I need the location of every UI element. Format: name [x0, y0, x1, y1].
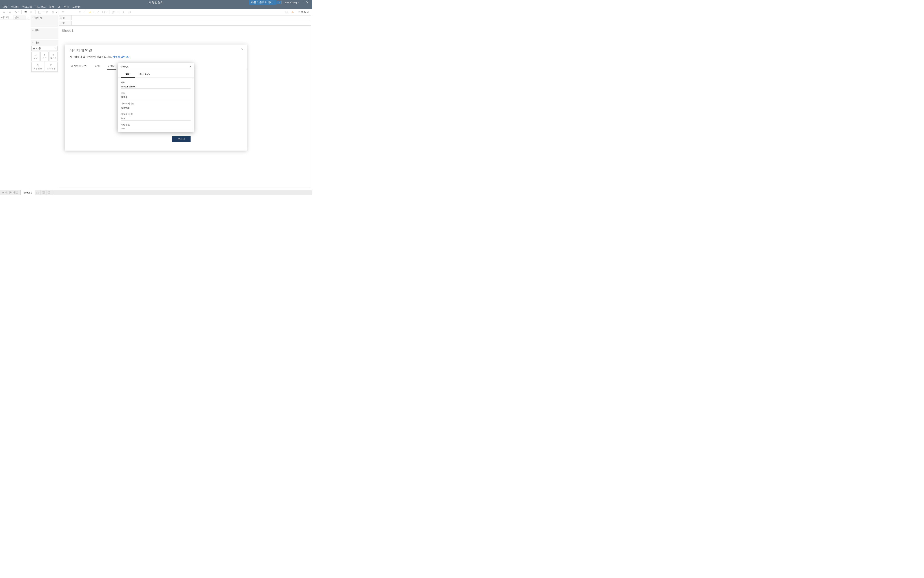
rows-icon: ≡: [60, 22, 62, 24]
svg-rect-8: [36, 192, 39, 194]
new-datasource-button[interactable]: [23, 10, 28, 15]
menu-format[interactable]: 서식: [62, 4, 71, 10]
presentation-button[interactable]: [284, 10, 289, 15]
duplicate-button[interactable]: [44, 10, 50, 15]
detail-icon: ⊟: [32, 63, 44, 67]
dropdown-caret-icon[interactable]: ▼: [116, 11, 118, 13]
sidebar-tab-analytics[interactable]: 분석: [13, 15, 26, 19]
publish-dropdown-caret[interactable]: ▼: [277, 1, 281, 4]
menu-dashboard[interactable]: 대시보드: [34, 4, 47, 10]
mark-type-selector[interactable]: ⊞ 자동: [31, 46, 58, 51]
new-dashboard-tab-button[interactable]: [41, 190, 47, 195]
sheet-tab-1[interactable]: Sheet 1: [21, 190, 35, 195]
size-label: 크기: [42, 57, 47, 59]
menu-data[interactable]: 데이터: [10, 4, 21, 10]
dialog-close-button[interactable]: ✕: [241, 48, 243, 51]
columns-shelf[interactable]: ⦙⦙⦙열: [59, 15, 311, 20]
svg-rect-11: [44, 193, 44, 193]
svg-rect-2: [47, 11, 48, 13]
filters-card-header[interactable]: ㅅ필터: [31, 28, 58, 33]
menu-map[interactable]: 맵: [56, 4, 62, 10]
mysql-modal-header: MySQL ✕: [118, 63, 194, 70]
show-cards-button[interactable]: [111, 10, 116, 15]
pages-card-header[interactable]: ㅅ페이지: [31, 15, 58, 20]
username-input[interactable]: [121, 116, 191, 120]
mysql-tab-initial-sql[interactable]: 초기 SQL: [135, 70, 154, 78]
sort-asc-button[interactable]: [66, 10, 71, 15]
svg-rect-1: [46, 11, 48, 13]
tooltip-label: 도구 설명: [47, 67, 55, 70]
dropdown-caret-icon[interactable]: ▼: [42, 11, 44, 13]
menu-help[interactable]: 도움말: [71, 4, 81, 10]
sort-desc-button[interactable]: [72, 10, 77, 15]
comment-button[interactable]: [126, 10, 132, 15]
show-me-icon[interactable]: [290, 10, 295, 15]
pause-updates-button[interactable]: [29, 10, 34, 15]
menu-bar: 파일 데이터 워크시트 대시보드 분석 맵 서식 도움말: [0, 5, 312, 9]
swap-button[interactable]: [60, 10, 66, 15]
totals-button[interactable]: Σ: [78, 10, 83, 15]
svg-rect-12: [48, 192, 50, 193]
dropdown-caret-icon[interactable]: ▼: [18, 11, 20, 13]
collapse-sidebar-button[interactable]: ‹: [26, 15, 30, 19]
rows-shelf[interactable]: ≡행: [59, 21, 311, 26]
port-input[interactable]: [121, 95, 191, 99]
dropdown-caret-icon[interactable]: ▼: [106, 11, 108, 13]
text-icon: T: [50, 53, 57, 57]
text-label: 텍스트: [50, 57, 57, 59]
show-me-label[interactable]: 표현 방식: [297, 10, 311, 14]
menu-worksheet[interactable]: 워크시트: [21, 4, 34, 10]
columns-drop-area[interactable]: [72, 16, 311, 20]
revert-button[interactable]: [13, 10, 18, 15]
rows-text: 행: [62, 21, 65, 25]
password-input[interactable]: [121, 127, 191, 131]
datasource-tab[interactable]: ⊟ 데이터 원본: [0, 190, 21, 195]
text-shelf[interactable]: T텍스트: [49, 52, 58, 61]
login-button[interactable]: 로그인: [172, 136, 191, 142]
tooltip-shelf[interactable]: ◫도구 설명: [45, 62, 58, 72]
download-button[interactable]: [121, 10, 126, 15]
svg-rect-4: [102, 11, 104, 13]
dropdown-caret-icon[interactable]: ▼: [93, 11, 95, 13]
dropdown-caret-icon[interactable]: ▼: [56, 11, 57, 13]
mysql-title: MySQL: [120, 65, 129, 68]
dropdown-caret-icon[interactable]: ▼: [83, 11, 85, 13]
color-shelf[interactable]: ⬚색상: [31, 52, 40, 61]
tab-file[interactable]: 파일: [94, 63, 101, 70]
sidebar-tab-data[interactable]: 데이터: [0, 15, 13, 19]
tab-connector[interactable]: 커넥터: [107, 63, 116, 70]
data-sidebar: 데이터 분석 ‹: [0, 15, 30, 187]
clear-button[interactable]: [50, 10, 56, 15]
menu-analysis[interactable]: 분석: [47, 4, 56, 10]
marks-card-header[interactable]: ㅅ마크: [31, 40, 58, 45]
server-input[interactable]: [121, 84, 191, 89]
detail-shelf[interactable]: ⊟세부 정보: [31, 62, 44, 72]
undo-button[interactable]: [2, 10, 7, 15]
tooltip-icon: ◫: [45, 63, 57, 67]
redo-button[interactable]: [7, 10, 13, 15]
format-button[interactable]: [95, 10, 101, 15]
publish-as-button[interactable]: 다른 이름으로 게시...: [249, 0, 277, 5]
user-menu[interactable]: soom.kang ▼: [282, 1, 303, 3]
new-worksheet-button[interactable]: [37, 10, 42, 15]
fit-button[interactable]: [101, 10, 106, 15]
new-story-tab-button[interactable]: [47, 190, 52, 195]
rows-drop-area[interactable]: [72, 21, 311, 25]
mysql-close-button[interactable]: ✕: [189, 65, 191, 68]
size-shelf[interactable]: ◔크기: [41, 52, 49, 61]
password-label: 비밀번호: [121, 123, 191, 126]
sheet-title: Sheet 1: [62, 29, 308, 32]
menu-file[interactable]: 파일: [1, 4, 10, 10]
chevron-icon: ㅅ: [32, 29, 34, 31]
port-label: 포트: [121, 91, 191, 94]
close-button[interactable]: ✕: [303, 0, 312, 4]
svg-rect-0: [39, 11, 41, 13]
datasource-label: 데이터 원본: [5, 191, 18, 194]
mysql-tab-general[interactable]: 일반: [121, 70, 135, 78]
rows-label: ≡행: [59, 21, 72, 25]
tab-onsite[interactable]: 이 사이트 기반: [70, 63, 88, 70]
highlight-button[interactable]: [88, 10, 93, 15]
learn-more-link[interactable]: 자세히 알아보기: [113, 55, 131, 58]
new-worksheet-tab-button[interactable]: [35, 190, 41, 195]
database-input[interactable]: [121, 106, 191, 110]
